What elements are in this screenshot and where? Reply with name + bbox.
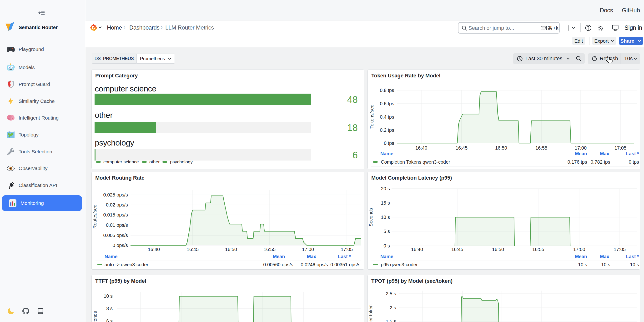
svg-text:0.0246 ops/s: 0.0246 ops/s — [300, 262, 328, 267]
svg-text:Last *: Last * — [626, 151, 639, 156]
svg-text:15 s: 15 s — [381, 200, 390, 206]
svg-text:17:05: 17:05 — [341, 247, 353, 252]
svg-text:0.00560 ops/s: 0.00560 ops/s — [263, 262, 293, 267]
svg-text:0.01 ops/s: 0.01 ops/s — [106, 222, 128, 228]
svg-text:16:45: 16:45 — [451, 247, 463, 252]
svg-text:Last *: Last * — [338, 254, 351, 259]
svg-text:1.5 s: 1.5 s — [386, 319, 396, 322]
svg-text:p95 qwen3-coder: p95 qwen3-coder — [381, 262, 418, 267]
svg-text:16:45: 16:45 — [456, 145, 468, 150]
svg-text:17:00: 17:00 — [302, 247, 314, 252]
svg-text:0.8 tps: 0.8 tps — [380, 88, 394, 93]
svg-text:Routes/sec: Routes/sec — [92, 205, 98, 229]
svg-text:Seconds: Seconds — [368, 208, 374, 226]
svg-text:Tokens/sec: Tokens/sec — [369, 105, 374, 128]
svg-text:16:40: 16:40 — [411, 247, 423, 252]
svg-text:0 s: 0 s — [384, 243, 390, 248]
svg-text:0 tps: 0 tps — [629, 159, 639, 164]
svg-text:Last *: Last * — [626, 254, 639, 259]
svg-text:2 s: 2 s — [390, 305, 396, 310]
svg-text:0 tps: 0 tps — [384, 140, 394, 146]
svg-text:16:55: 16:55 — [264, 247, 276, 252]
svg-text:10 s: 10 s — [104, 294, 113, 299]
svg-text:Mean: Mean — [575, 254, 587, 259]
svg-text:Seconds per token: Seconds per token — [368, 304, 373, 322]
svg-text:16:45: 16:45 — [187, 247, 199, 252]
svg-text:0.005 ops/s: 0.005 ops/s — [103, 233, 128, 238]
svg-text:16:50: 16:50 — [225, 247, 237, 252]
svg-text:10 s: 10 s — [630, 262, 639, 267]
svg-text:0.2 tps: 0.2 tps — [380, 128, 394, 133]
svg-text:10 s: 10 s — [578, 262, 587, 267]
svg-text:0.4 tps: 0.4 tps — [380, 114, 394, 120]
svg-text:auto -> qwen3-coder: auto -> qwen3-coder — [104, 262, 148, 267]
svg-text:0.00351 ops/s: 0.00351 ops/s — [330, 262, 360, 267]
svg-text:8 s: 8 s — [106, 306, 113, 311]
svg-text:0.176 tps: 0.176 tps — [568, 159, 587, 164]
svg-text:17:00: 17:00 — [575, 145, 586, 150]
svg-text:5 s: 5 s — [384, 229, 390, 234]
svg-text:0.02 ops/s: 0.02 ops/s — [106, 202, 128, 208]
svg-text:16:40: 16:40 — [148, 247, 160, 252]
svg-text:2.5 s: 2.5 s — [386, 291, 396, 296]
svg-text:Mean: Mean — [273, 254, 285, 259]
svg-text:17:00: 17:00 — [573, 247, 585, 252]
svg-text:20 s: 20 s — [381, 186, 390, 191]
svg-text:10 s: 10 s — [601, 262, 610, 267]
svg-text:0.782 tps: 0.782 tps — [591, 159, 610, 164]
svg-text:Max: Max — [600, 254, 609, 259]
svg-text:Name: Name — [104, 254, 118, 259]
svg-text:16:55: 16:55 — [532, 247, 544, 252]
svg-text:Max: Max — [600, 151, 609, 156]
svg-text:Completion Tokens qwen3-coder: Completion Tokens qwen3-coder — [381, 159, 450, 164]
svg-text:0.6 tps: 0.6 tps — [380, 101, 394, 106]
svg-text:17:05: 17:05 — [614, 247, 626, 252]
svg-text:0.015 ops/s: 0.015 ops/s — [103, 212, 128, 218]
svg-text:Mean: Mean — [575, 151, 587, 156]
svg-text:Name: Name — [380, 151, 393, 156]
svg-text:0 ops/s: 0 ops/s — [113, 243, 128, 248]
svg-text:10 s: 10 s — [381, 214, 390, 220]
svg-text:16:55: 16:55 — [536, 145, 547, 150]
svg-text:6 s: 6 s — [106, 318, 113, 322]
svg-text:16:50: 16:50 — [495, 145, 507, 150]
svg-text:Seconds: Seconds — [92, 311, 98, 322]
svg-text:0.025 ops/s: 0.025 ops/s — [103, 192, 128, 198]
svg-text:16:40: 16:40 — [415, 145, 427, 150]
svg-text:Name: Name — [380, 254, 393, 259]
svg-text:16:50: 16:50 — [492, 247, 504, 252]
svg-text:Max: Max — [307, 254, 316, 259]
svg-text:17:05: 17:05 — [614, 145, 626, 150]
